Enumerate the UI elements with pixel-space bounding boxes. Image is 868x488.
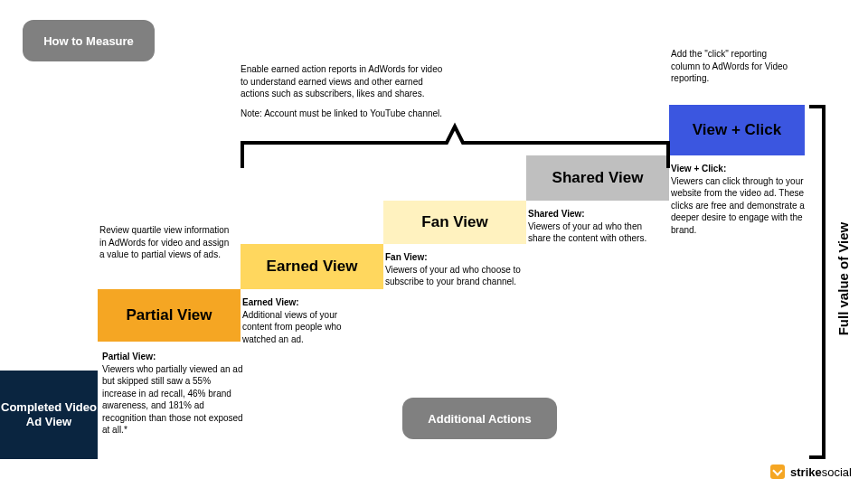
pill-how-to-measure: How to Measure bbox=[23, 20, 155, 61]
desc-viewclick-body: Viewers can click through to your websit… bbox=[671, 176, 805, 235]
bracket-earned-group bbox=[241, 116, 670, 170]
desc-partial: Partial View: Viewers who partially view… bbox=[102, 351, 245, 436]
step-view-click: View + Click bbox=[669, 105, 805, 155]
desc-shared: Shared View: Viewers of your ad who then… bbox=[528, 208, 664, 245]
desc-fan: Fan View: Viewers of your ad who choose … bbox=[385, 251, 521, 288]
desc-partial-title: Partial View: bbox=[102, 352, 156, 361]
desc-earned-title: Earned View: bbox=[242, 297, 299, 307]
step-earned-view: Earned View bbox=[241, 244, 383, 289]
brand-logo: strikesocial bbox=[770, 465, 852, 479]
bracket-full-value bbox=[807, 105, 833, 459]
base-completed-video-ad-view: Completed Video Ad View bbox=[0, 371, 98, 459]
brand-name: strikesocial bbox=[790, 465, 852, 479]
desc-earned-body: Additional views of your content from pe… bbox=[242, 310, 342, 344]
topnote-partial: Review quartile view information in AdWo… bbox=[99, 224, 235, 261]
step-fan-view: Fan View bbox=[383, 201, 526, 244]
brand-name-b: social bbox=[822, 465, 852, 479]
topnote-earned: Enable earned action reports in AdWords … bbox=[241, 63, 450, 119]
label-full-value: Full value of View bbox=[835, 222, 851, 336]
step-partial-view: Partial View bbox=[98, 289, 241, 342]
brand-logo-icon bbox=[770, 465, 785, 479]
brand-name-a: strike bbox=[790, 465, 822, 479]
desc-earned: Earned View: Additional views of your co… bbox=[242, 296, 369, 345]
pill-additional-actions: Additional Actions bbox=[402, 398, 557, 439]
desc-fan-body: Viewers of your ad who choose to subscri… bbox=[385, 265, 521, 287]
desc-shared-body: Viewers of your ad who then share the co… bbox=[528, 221, 646, 244]
desc-viewclick-title: View + Click: bbox=[671, 164, 726, 174]
topnote-viewclick: Add the "click" reporting column to AdWo… bbox=[671, 48, 797, 85]
desc-shared-title: Shared View: bbox=[528, 209, 585, 219]
topnote-earned-p1: Enable earned action reports in AdWords … bbox=[241, 63, 450, 100]
desc-viewclick: View + Click: Viewers can click through … bbox=[671, 163, 805, 236]
desc-fan-title: Fan View: bbox=[385, 252, 428, 262]
desc-partial-body: Viewers who partially viewed an ad but s… bbox=[102, 364, 243, 436]
